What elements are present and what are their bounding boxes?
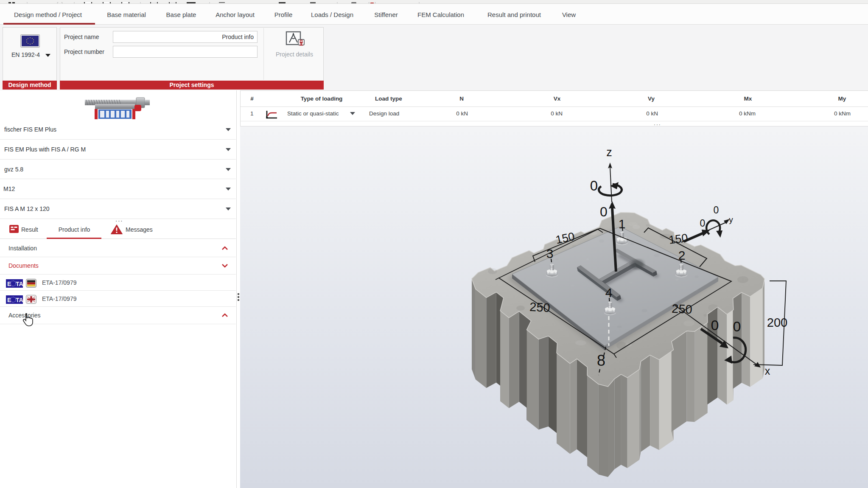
svg-text:0: 0 [714,205,719,216]
svg-text:TA: TA [16,297,23,303]
svg-text:0: 0 [733,318,741,334]
svg-text:z: z [606,146,612,159]
svg-text:y: y [729,215,733,224]
svg-text:0: 0 [711,317,719,333]
svg-text:x: x [765,365,770,377]
svg-text:150: 150 [668,231,689,246]
svg-text:200: 200 [767,316,787,329]
svg-text:4: 4 [605,286,613,300]
svg-text:1: 1 [619,217,626,231]
svg-text:250: 250 [672,302,693,316]
svg-text:0: 0 [590,178,598,194]
svg-text:0: 0 [700,218,706,229]
svg-text:2: 2 [678,248,686,262]
svg-text:0: 0 [600,204,608,219]
svg-text:TA: TA [16,280,23,287]
svg-text:8: 8 [597,352,605,369]
svg-text:3: 3 [546,247,554,261]
svg-text:250: 250 [529,300,551,314]
